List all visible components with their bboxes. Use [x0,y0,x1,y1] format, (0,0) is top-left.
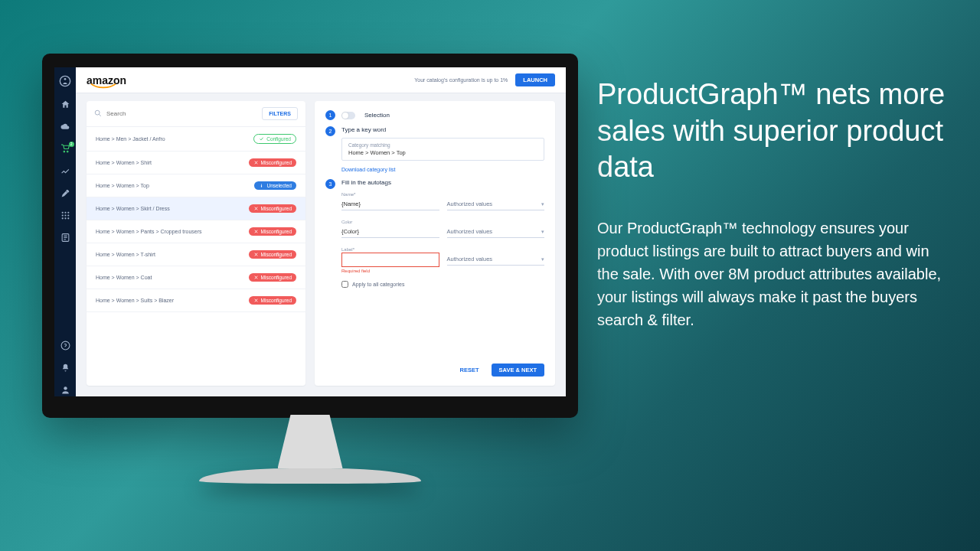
reset-button[interactable]: RESET [452,364,487,377]
field-label: Label* [341,247,354,252]
nav-cart-badge: 2 [69,142,74,147]
autotag-field-row: Name* Authorized values▾ [341,191,544,210]
svg-point-1 [64,78,67,80]
apply-all-checkbox[interactable] [341,281,348,288]
filters-button[interactable]: FILTERS [262,107,298,120]
monitor-stand-neck [278,415,343,468]
category-name: Home > Women > Coat [96,275,152,280]
marketing-headline: ProductGraph™ nets more sales with super… [597,77,949,186]
category-row[interactable]: Home > Women > T-shirtMisconfigured [87,243,305,266]
config-panel: 1 Selection 2 Type a key word [315,101,555,386]
category-row[interactable]: Home > Women > Suits > BlazerMisconfigur… [87,289,305,312]
status-badge: Misconfigured [249,204,296,213]
authorized-values-select[interactable]: Authorized values▾ [447,197,545,210]
svg-point-3 [64,212,66,214]
category-list-panel: FILTERS Home > Men > Jacket / AnfroConfi… [87,101,305,386]
search-input[interactable] [106,110,262,117]
marketing-copy: ProductGraph™ nets more sales with super… [597,77,949,331]
nav-orders-icon[interactable] [60,233,70,244]
nav-settings-icon[interactable] [60,188,70,200]
field-label: Color [341,220,352,224]
svg-point-12 [61,341,70,350]
svg-rect-16 [261,185,262,187]
autotag-field-row: Color Authorized values▾ [341,218,544,238]
svg-point-10 [67,217,69,219]
status-badge: Misconfigured [249,250,296,259]
search-icon [94,109,106,119]
selection-toggle[interactable] [341,112,355,119]
category-name: Home > Men > Jacket / Anfro [96,136,165,142]
svg-point-4 [67,212,69,214]
category-row[interactable]: Home > Women > CoatMisconfigured [87,266,305,289]
field-input[interactable] [341,197,439,210]
category-name: Home > Women > Shirt [96,160,152,165]
category-row[interactable]: Home > Men > Jacket / AnfroConfigured [87,127,305,152]
category-row[interactable]: Home > Women > TopUnselected [87,174,305,197]
launch-button[interactable]: LAUNCH [515,73,555,86]
monitor-mockup: 2 [42,54,578,484]
category-row[interactable]: Home > Women > Skirt / DressMisconfigure… [87,197,305,220]
topbar: amazon Your catalog's configuration is u… [76,67,566,93]
svg-point-7 [67,214,69,216]
svg-point-14 [95,110,100,115]
step-2-number: 2 [325,126,335,136]
nav-home-icon[interactable] [60,99,70,111]
svg-point-0 [60,76,70,86]
step-2-label: Type a key word [341,126,544,133]
status-badge: Unselected [254,181,296,190]
authorized-values-select[interactable]: Authorized values▾ [447,225,545,238]
step-1-number: 1 [325,110,335,120]
category-name: Home > Women > Suits > Blazer [96,298,174,303]
nav-help-icon[interactable] [60,341,70,352]
field-input[interactable] [341,253,439,267]
category-row[interactable]: Home > Women > Pants > Cropped trousersM… [87,220,305,243]
nav-notifications-icon[interactable] [60,363,70,374]
status-badge: Configured [253,134,296,144]
field-error: Required field [341,269,439,273]
app-logo-icon [59,75,71,89]
sidebar-rail: 2 [54,67,76,396]
category-row[interactable]: Home > Women > ShirtMisconfigured [87,152,305,174]
field-label: Name* [341,192,355,197]
apply-all-row[interactable]: Apply to all categories [341,281,544,288]
app-screen: 2 [54,67,566,396]
field-input[interactable] [341,225,439,238]
save-next-button[interactable]: SAVE & NEXT [492,364,544,377]
svg-point-6 [64,214,66,216]
autotag-field-row: Label*Required field Authorized values▾ [341,246,544,273]
nav-analytics-icon[interactable] [60,166,70,178]
step-3-label: Fill in the autotags [341,179,544,186]
category-name: Home > Women > Top [96,183,149,188]
category-matching-box: Category matching Home > Women > Top [341,138,544,161]
svg-point-5 [61,214,63,216]
nav-apps-icon[interactable] [60,210,70,222]
authorized-values-select[interactable]: Authorized values▾ [447,253,545,266]
step-1-label: Selection [364,112,390,119]
nav-cloud-icon[interactable] [60,122,70,133]
nav-account-icon[interactable] [60,385,70,396]
download-category-link[interactable]: Download category list [341,167,395,172]
category-name: Home > Women > T-shirt [96,252,155,257]
marketing-body: Our ProductGraph™ technology ensures you… [597,217,949,331]
svg-point-13 [64,386,67,390]
catalog-status-text: Your catalog's configuration is up to 1% [414,77,508,83]
svg-point-2 [61,212,63,214]
category-matching-value: Home > Women > Top [348,149,537,156]
svg-point-9 [64,217,66,219]
step-3-number: 3 [325,179,335,189]
status-badge: Misconfigured [249,273,296,282]
svg-point-15 [261,184,262,184]
category-name: Home > Women > Skirt / Dress [96,206,170,211]
status-badge: Misconfigured [249,158,296,167]
nav-cart-icon[interactable]: 2 [60,144,70,155]
svg-point-8 [61,217,63,219]
status-badge: Misconfigured [249,296,296,305]
category-name: Home > Women > Pants > Cropped trousers [96,229,202,234]
monitor-stand-base [199,468,421,484]
status-badge: Misconfigured [249,227,296,236]
channel-brand: amazon [87,74,126,86]
